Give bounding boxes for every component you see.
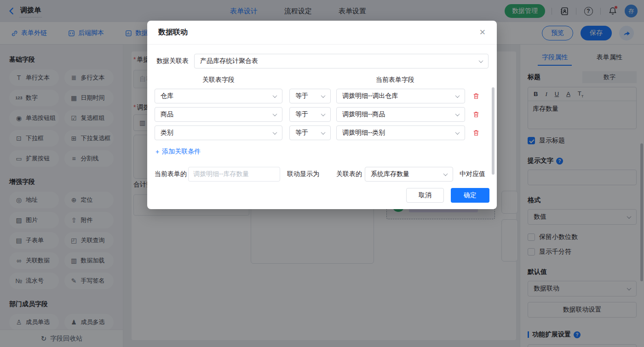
linked-table-label: 数据关联表: [156, 57, 189, 65]
modal-footer: 取消 确定: [406, 188, 489, 203]
trash-icon: [472, 111, 480, 118]
linked-field-select[interactable]: 仓库: [155, 89, 282, 103]
current-form-field-select[interactable]: 调拨明细--商品: [336, 107, 465, 122]
mapping-middle-label: 联动显示为: [287, 170, 319, 178]
chevron-down-icon: [479, 58, 483, 63]
chevron-down-icon: [321, 130, 326, 135]
mapping-suffix-label: 中对应值: [460, 170, 485, 178]
modal-body: 数据关联表 产品库存统计聚合表 关联表字段 当前表单字段 仓库 等于 调拨明细-…: [147, 45, 497, 182]
modal-scrollbar[interactable]: [492, 87, 494, 175]
linked-field-select[interactable]: 类别: [155, 125, 282, 140]
current-field-input[interactable]: 调拨明细--库存数量: [188, 167, 280, 182]
condition-row: 仓库 等于 调拨明细--调出仓库: [155, 89, 489, 103]
data-linkage-modal: 数据联动 ✕ 数据关联表 产品库存统计聚合表 关联表字段 当前表单字段 仓库 等…: [147, 21, 497, 209]
mapping-prefix-label: 当前表单的: [155, 170, 187, 178]
target-field-select[interactable]: 系统库存数量: [365, 167, 453, 182]
chevron-down-icon: [273, 112, 277, 116]
chevron-down-icon: [273, 130, 277, 135]
operator-select[interactable]: 等于: [289, 107, 331, 122]
confirm-button[interactable]: 确定: [451, 188, 489, 203]
linked-table-select[interactable]: 产品库存统计聚合表: [194, 54, 489, 68]
right-column-header: 当前表单字段: [331, 76, 460, 84]
delete-condition-button[interactable]: [470, 126, 482, 140]
trash-icon: [472, 129, 480, 137]
add-condition-link[interactable]: + 添加关联条件: [155, 148, 201, 156]
modal-header: 数据联动 ✕: [147, 21, 497, 45]
chevron-down-icon: [273, 93, 277, 98]
app-screen: 调拨单 表单设计 流程设定 表单设置 数据管理 ? 存 表单外链: [0, 0, 644, 347]
delete-condition-button[interactable]: [470, 89, 482, 103]
mapping-table-prefix-label: 关联表的: [336, 170, 362, 178]
mapping-row: 当前表单的 调拨明细--库存数量 联动显示为 关联表的 系统库存数量 中对应值: [155, 167, 489, 182]
chevron-down-icon: [455, 93, 460, 98]
current-form-field-select[interactable]: 调拨明细--调出仓库: [336, 89, 465, 103]
condition-row: 商品 等于 调拨明细--商品: [155, 107, 489, 122]
linked-table-row: 数据关联表 产品库存统计聚合表: [156, 54, 489, 68]
trash-icon: [472, 92, 480, 100]
chevron-down-icon: [321, 93, 326, 98]
operator-select[interactable]: 等于: [289, 125, 331, 140]
delete-condition-button[interactable]: [470, 108, 482, 121]
cancel-button[interactable]: 取消: [406, 188, 444, 203]
plus-icon: +: [155, 148, 159, 155]
chevron-down-icon: [455, 112, 460, 116]
chevron-down-icon: [443, 171, 448, 176]
current-form-field-select[interactable]: 调拨明细--类别: [336, 125, 465, 140]
condition-row: 类别 等于 调拨明细--类别: [155, 125, 489, 140]
modal-title: 数据联动: [158, 28, 188, 37]
left-column-header: 关联表字段: [155, 76, 282, 84]
operator-select[interactable]: 等于: [289, 89, 331, 103]
chevron-down-icon: [321, 112, 326, 116]
close-icon[interactable]: ✕: [479, 28, 486, 37]
chevron-down-icon: [455, 130, 460, 135]
condition-headers: 关联表字段 当前表单字段: [155, 76, 489, 84]
linked-field-select[interactable]: 商品: [155, 107, 282, 122]
